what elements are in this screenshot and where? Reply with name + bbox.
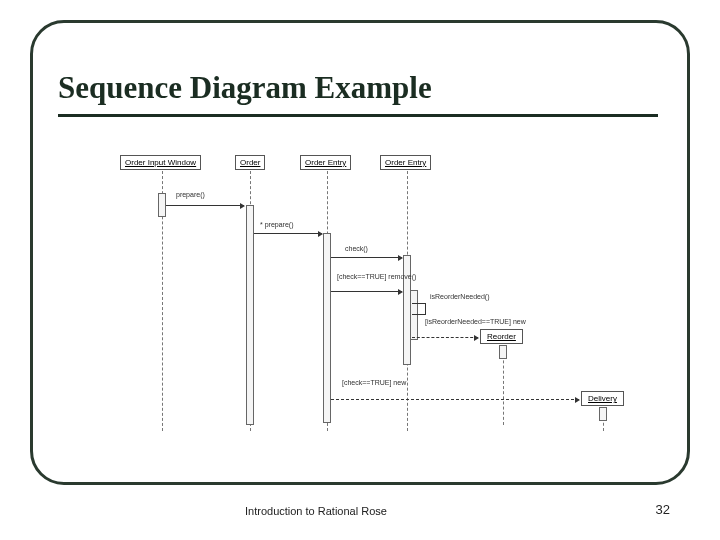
activation-2 <box>246 205 254 425</box>
sequence-diagram: Order Input Window Order Order Entry Ord… <box>120 155 650 455</box>
msg-check: check() <box>345 245 368 252</box>
object-order-entry-2: Order Entry <box>380 155 431 170</box>
object-order-input-window: Order Input Window <box>120 155 201 170</box>
title-underline <box>58 114 658 117</box>
msg-new-delivery: [check==TRUE] new <box>342 379 406 387</box>
msg-isreorder: isReorderNeeded() <box>430 293 490 300</box>
arrow-new-reorder <box>412 337 478 338</box>
activation-1 <box>158 193 166 217</box>
object-order-entry-1: Order Entry <box>300 155 351 170</box>
msg-new-reorder: [isReorderNeeded==TRUE] new <box>425 318 526 326</box>
arrow-check <box>331 257 402 258</box>
object-delivery: Delivery <box>581 391 624 406</box>
arrow-remove <box>331 291 402 292</box>
msg-remove: [check==TRUE] remove() <box>337 273 416 281</box>
page-number: 32 <box>656 502 670 517</box>
page-title: Sequence Diagram Example <box>58 70 432 106</box>
object-order: Order <box>235 155 265 170</box>
footer-text: Introduction to Rational Rose <box>245 505 387 517</box>
self-call-loop <box>412 303 426 315</box>
arrow-prepare <box>166 205 244 206</box>
activation-4b <box>410 290 418 340</box>
activation-reorder <box>499 345 507 359</box>
activation-3 <box>323 233 331 423</box>
object-reorder: Reorder <box>480 329 523 344</box>
arrow-star-prepare <box>254 233 322 234</box>
activation-delivery <box>599 407 607 421</box>
msg-prepare: prepare() <box>176 191 205 198</box>
msg-star-prepare: * prepare() <box>260 221 293 228</box>
arrow-new-delivery <box>331 399 579 400</box>
